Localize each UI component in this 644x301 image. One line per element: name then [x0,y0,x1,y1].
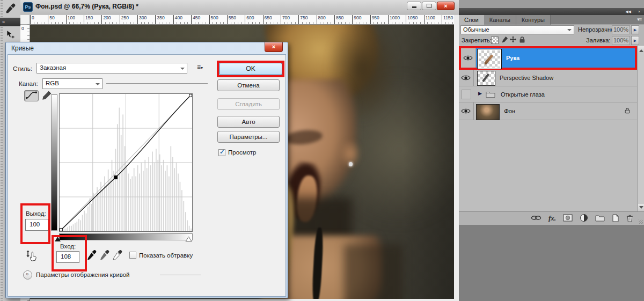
minimize-button[interactable] [407,2,421,10]
restore-button[interactable] [422,2,436,10]
blend-mode-select[interactable]: Обычные [460,25,574,34]
lock-paint-brush-icon[interactable] [501,36,509,44]
layer-row-background[interactable]: Фон [459,102,637,120]
layer-thumbnail[interactable] [476,104,500,120]
output-label: Выход: [26,210,46,217]
highlight-slider[interactable] [185,236,192,243]
group-frame-line [106,83,208,84]
layers-scrollbar[interactable] [637,46,644,211]
channel-select[interactable]: RGB [42,78,103,89]
highlight-box-ok: OK [217,61,284,77]
lock-all-icon[interactable] [518,36,526,44]
thumbnail-shadow-shape [482,74,489,83]
output-field[interactable]: 100 [25,219,48,231]
eye-icon [463,55,473,61]
panel-tabs: СлоиКаналыКонтуры ▾≡ [459,15,644,25]
layer-row-open-eyes-group[interactable]: ▶ Открытые глаза [459,86,637,102]
options-button[interactable]: Параметры... [217,131,280,143]
layer-name: Фон [504,108,515,114]
layer-name: Рука [506,55,519,61]
curves-dialog: Кривые × Стиль: Заказная ≡▾ OK Отмена Сг… [5,42,288,298]
scroll-up-button[interactable] [638,46,644,53]
close-panel-icon[interactable]: × [636,10,642,13]
dialog-close-button[interactable]: × [265,42,283,52]
visibility-toggle[interactable] [459,102,474,120]
group-expand-icon[interactable]: ▶ [478,91,482,96]
show-clipping-label: Показать обтравку [139,252,193,259]
lock-badge-icon [624,107,631,115]
fill-spinner[interactable]: ▶ [631,36,639,45]
curve-point-tool-button[interactable] [24,90,39,101]
new-layer-icon[interactable] [612,214,619,223]
channel-label: Канал: [19,80,38,87]
gray-point-eyedropper-icon[interactable] [99,249,109,262]
show-clipping-checkbox[interactable] [129,252,136,259]
tab-channels[interactable]: Каналы [484,15,516,25]
layer-style-icon[interactable]: fx. [548,214,556,223]
close-icon: × [272,43,275,50]
layer-row-hand[interactable]: Рука [459,46,637,70]
layer-name: Perspective Shadow [500,75,553,81]
targeted-adjustment-icon[interactable] [24,248,37,263]
dialog-title: Кривые [11,45,34,52]
layers-panel-footer: fx. [459,211,644,225]
add-mask-icon[interactable] [563,214,573,223]
auto-button[interactable]: Авто [217,116,280,128]
delete-layer-icon[interactable] [626,214,633,223]
layers-list: Рука Perspective Shadow ▶ Открытые глаза [459,46,637,211]
collapse-panel-icon[interactable]: ◀◀ [624,10,633,13]
resize-grip[interactable] [639,219,643,224]
vertical-ruler-zero: 0 [21,26,24,31]
style-select[interactable]: Заказная [36,63,187,74]
black-point-eyedropper-icon[interactable] [86,249,97,262]
scroll-down-button[interactable] [638,204,644,211]
input-field[interactable]: 108 [56,251,79,263]
output-gradient-bar [51,94,57,231]
layer-thumbnail[interactable] [478,49,501,69]
lock-transparency-icon[interactable] [491,36,499,44]
cancel-button[interactable]: Отмена [217,79,280,91]
smooth-button[interactable]: Сгладить [217,98,280,110]
layer-thumbnail[interactable] [477,71,495,86]
pencil-tool-button[interactable] [41,90,52,102]
preset-options-icon[interactable]: ≡▾ [197,63,203,71]
panel-expand-bar[interactable]: » [0,18,20,26]
lock-move-icon[interactable] [509,36,517,44]
blend-mode-value: Обычные [463,26,489,33]
curve-icon [25,91,38,100]
layer-row-perspective-shadow[interactable]: Perspective Shadow [459,70,637,86]
curve-display-options-toggle[interactable]: » [23,270,32,280]
close-button[interactable]: × [437,2,455,10]
photoshop-workspace: » Ps Фон.psd @ 66,7% (Рука, RGB/8) * × 0… [0,0,644,301]
document-titlebar[interactable]: Ps Фон.psd @ 66,7% (Рука, RGB/8) * × [20,0,459,14]
preview-checkbox[interactable]: ✓ [218,149,225,156]
opacity-spinner[interactable]: ▶ [631,25,639,34]
visibility-toggle-off[interactable] [462,90,471,99]
app-background-strip [459,0,644,8]
tab-layers[interactable]: Слои [459,15,484,25]
style-label: Стиль: [13,65,32,72]
visibility-toggle[interactable] [461,48,476,68]
white-point-eyedropper-icon[interactable] [112,249,122,262]
ok-button[interactable]: OK [219,63,282,75]
shoulder-shadow [344,244,404,299]
earring [349,162,353,166]
input-label: Вход: [60,243,76,249]
new-group-icon[interactable] [595,214,605,223]
layers-panel: ◀◀× СлоиКаналыКонтуры ▾≡ Обычные Непрозр… [459,8,644,225]
move-tool-icon[interactable] [5,30,15,42]
fill-value[interactable]: 100% [612,36,630,45]
adjustment-layer-icon[interactable] [580,214,588,223]
thumbnail-hand-shape [484,54,494,65]
chevron-down-icon [567,29,572,33]
curve-graph[interactable] [59,93,193,232]
eyedropper-tool-icon[interactable] [5,3,16,16]
link-layers-icon[interactable] [531,215,541,222]
layer-name: Открытые глаза [501,91,545,98]
close-icon: × [444,3,447,9]
opacity-value[interactable]: 100% [612,25,630,34]
panel-menu-icon[interactable]: ▾≡ [637,17,641,22]
tab-paths[interactable]: Контуры [516,15,551,25]
spinner-arrow-icon: ▶ [634,39,636,42]
visibility-toggle[interactable] [459,70,474,86]
